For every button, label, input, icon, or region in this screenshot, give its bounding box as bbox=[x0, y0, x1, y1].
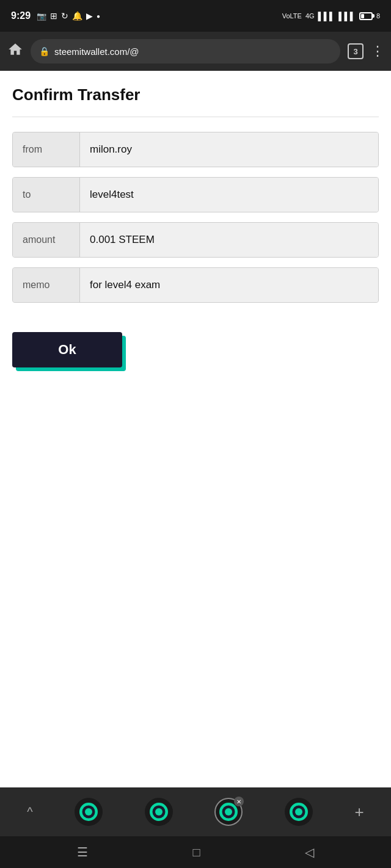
steemit-logo-3 bbox=[219, 803, 238, 821]
bell-icon: 🔔 bbox=[72, 11, 82, 21]
url-text: steemitwallet.com/@ bbox=[54, 46, 332, 57]
refresh-icon: ↻ bbox=[61, 11, 68, 21]
url-bar[interactable]: 🔒 steemitwallet.com/@ bbox=[31, 39, 340, 63]
layers-icon: ⊞ bbox=[50, 11, 57, 21]
nav-menu-button[interactable]: ☰ bbox=[77, 845, 88, 859]
status-time: 9:29 bbox=[11, 10, 31, 21]
memo-row: memo for level4 exam bbox=[12, 267, 379, 303]
page-content: Confirm Transfer from milon.roy to level… bbox=[0, 71, 391, 787]
to-label: to bbox=[13, 178, 80, 212]
browser-tab-3-active[interactable]: ✕ bbox=[214, 798, 243, 826]
status-right: VoLTE 4G ▌▌▌ ▌▌▌ 8 bbox=[282, 12, 380, 21]
signal-icon-2: ▌▌▌ bbox=[338, 12, 356, 21]
from-row: from milon.roy bbox=[12, 132, 379, 167]
browser-tab-1[interactable] bbox=[75, 798, 103, 826]
camera-icon: 📷 bbox=[37, 12, 46, 21]
steemit-logo-2 bbox=[150, 803, 168, 821]
status-icons: 📷 ⊞ ↻ 🔔 ▶ ● bbox=[37, 11, 100, 21]
browser-tab-2[interactable] bbox=[145, 798, 173, 826]
amount-row: amount 0.001 STEEM bbox=[12, 222, 379, 258]
status-bar: 9:29 📷 ⊞ ↻ 🔔 ▶ ● VoLTE 4G ▌▌▌ ▌▌▌ 8 bbox=[0, 0, 391, 32]
to-row: to level4test bbox=[12, 177, 379, 212]
from-value: milon.roy bbox=[80, 132, 378, 167]
menu-button[interactable]: ⋮ bbox=[371, 43, 384, 59]
divider bbox=[12, 117, 379, 117]
new-tab-button[interactable]: + bbox=[354, 803, 364, 822]
svg-point-5 bbox=[155, 808, 163, 816]
nav-home-button[interactable]: □ bbox=[192, 845, 200, 859]
tab-count[interactable]: 3 bbox=[348, 43, 364, 59]
signal-icon: ▌▌▌ bbox=[318, 12, 335, 21]
browser-bar: 🔒 steemitwallet.com/@ 3 ⋮ bbox=[0, 32, 391, 71]
close-tab-button[interactable]: ✕ bbox=[234, 797, 244, 806]
steemit-logo-4 bbox=[290, 803, 308, 821]
steemit-logo-1 bbox=[79, 803, 98, 821]
svg-point-2 bbox=[85, 808, 92, 816]
ok-button[interactable]: Ok bbox=[12, 332, 122, 367]
lock-icon: 🔒 bbox=[39, 46, 49, 56]
home-button[interactable] bbox=[7, 42, 23, 61]
bottom-nav: ☰ □ ◁ bbox=[0, 836, 391, 868]
svg-point-8 bbox=[225, 808, 232, 816]
ok-button-container: Ok bbox=[12, 332, 122, 367]
memo-value: for level4 exam bbox=[80, 268, 378, 302]
browser-tab-4[interactable] bbox=[285, 798, 313, 826]
to-value: level4test bbox=[80, 178, 378, 212]
amount-label: amount bbox=[13, 223, 80, 257]
youtube-icon: ▶ bbox=[86, 11, 93, 21]
battery-icon bbox=[359, 12, 373, 20]
network-label: 4G bbox=[305, 12, 315, 20]
from-label: from bbox=[13, 132, 80, 167]
page-title: Confirm Transfer bbox=[12, 85, 379, 104]
dot-icon: ● bbox=[97, 13, 100, 20]
tab-arrow-up[interactable]: ^ bbox=[27, 805, 32, 819]
amount-value: 0.001 STEEM bbox=[80, 223, 378, 257]
nav-back-button[interactable]: ◁ bbox=[305, 845, 314, 859]
battery-level: 8 bbox=[376, 12, 380, 20]
bottom-tabs: ^ ✕ + bbox=[0, 787, 391, 836]
memo-label: memo bbox=[13, 268, 80, 302]
volte-label: VoLTE bbox=[282, 12, 302, 20]
svg-point-11 bbox=[295, 808, 302, 816]
